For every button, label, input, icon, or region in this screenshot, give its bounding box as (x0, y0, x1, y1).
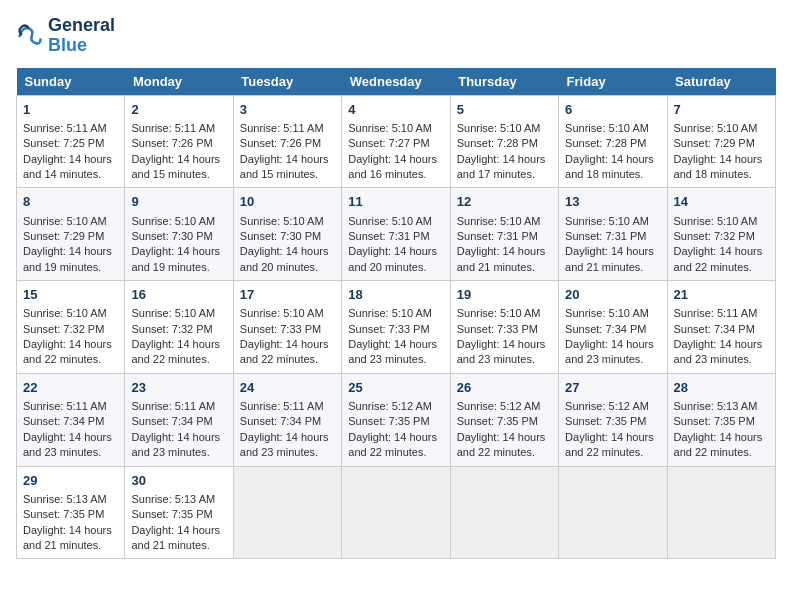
day-number: 12 (457, 193, 552, 211)
day-number: 4 (348, 101, 443, 119)
daylight-text: Daylight: 14 hours and 22 minutes. (23, 337, 118, 368)
day-number: 15 (23, 286, 118, 304)
sunset-text: Sunset: 7:35 PM (131, 507, 226, 522)
weekday-header-cell: Thursday (450, 68, 558, 96)
calendar-day-cell: 25Sunrise: 5:12 AMSunset: 7:35 PMDayligh… (342, 373, 450, 466)
day-number: 16 (131, 286, 226, 304)
logo-icon (16, 22, 44, 50)
calendar-day-cell: 9Sunrise: 5:10 AMSunset: 7:30 PMDaylight… (125, 188, 233, 281)
calendar-day-cell: 16Sunrise: 5:10 AMSunset: 7:32 PMDayligh… (125, 281, 233, 374)
sunset-text: Sunset: 7:26 PM (131, 136, 226, 151)
day-number: 24 (240, 379, 335, 397)
sunrise-text: Sunrise: 5:12 AM (457, 399, 552, 414)
sunrise-text: Sunrise: 5:10 AM (23, 214, 118, 229)
sunrise-text: Sunrise: 5:13 AM (674, 399, 769, 414)
calendar-day-cell (667, 466, 775, 559)
calendar-day-cell: 11Sunrise: 5:10 AMSunset: 7:31 PMDayligh… (342, 188, 450, 281)
daylight-text: Daylight: 14 hours and 20 minutes. (240, 244, 335, 275)
calendar-header: SundayMondayTuesdayWednesdayThursdayFrid… (17, 68, 776, 96)
daylight-text: Daylight: 14 hours and 22 minutes. (674, 430, 769, 461)
sunset-text: Sunset: 7:35 PM (674, 414, 769, 429)
calendar-day-cell: 4Sunrise: 5:10 AMSunset: 7:27 PMDaylight… (342, 95, 450, 188)
day-number: 6 (565, 101, 660, 119)
calendar-day-cell: 10Sunrise: 5:10 AMSunset: 7:30 PMDayligh… (233, 188, 341, 281)
sunrise-text: Sunrise: 5:10 AM (240, 306, 335, 321)
calendar-day-cell: 17Sunrise: 5:10 AMSunset: 7:33 PMDayligh… (233, 281, 341, 374)
calendar-day-cell (450, 466, 558, 559)
daylight-text: Daylight: 14 hours and 22 minutes. (348, 430, 443, 461)
calendar-day-cell: 20Sunrise: 5:10 AMSunset: 7:34 PMDayligh… (559, 281, 667, 374)
sunset-text: Sunset: 7:30 PM (131, 229, 226, 244)
daylight-text: Daylight: 14 hours and 23 minutes. (457, 337, 552, 368)
sunrise-text: Sunrise: 5:13 AM (23, 492, 118, 507)
sunset-text: Sunset: 7:32 PM (674, 229, 769, 244)
day-number: 19 (457, 286, 552, 304)
daylight-text: Daylight: 14 hours and 15 minutes. (131, 152, 226, 183)
daylight-text: Daylight: 14 hours and 17 minutes. (457, 152, 552, 183)
sunrise-text: Sunrise: 5:10 AM (348, 306, 443, 321)
weekday-header-cell: Friday (559, 68, 667, 96)
weekday-header-cell: Monday (125, 68, 233, 96)
calendar-day-cell: 1Sunrise: 5:11 AMSunset: 7:25 PMDaylight… (17, 95, 125, 188)
sunrise-text: Sunrise: 5:10 AM (240, 214, 335, 229)
sunrise-text: Sunrise: 5:11 AM (240, 121, 335, 136)
weekday-header-row: SundayMondayTuesdayWednesdayThursdayFrid… (17, 68, 776, 96)
calendar-day-cell: 18Sunrise: 5:10 AMSunset: 7:33 PMDayligh… (342, 281, 450, 374)
sunset-text: Sunset: 7:34 PM (565, 322, 660, 337)
sunset-text: Sunset: 7:32 PM (131, 322, 226, 337)
sunset-text: Sunset: 7:28 PM (565, 136, 660, 151)
day-number: 17 (240, 286, 335, 304)
sunrise-text: Sunrise: 5:10 AM (674, 214, 769, 229)
sunset-text: Sunset: 7:35 PM (457, 414, 552, 429)
sunset-text: Sunset: 7:33 PM (240, 322, 335, 337)
sunrise-text: Sunrise: 5:10 AM (565, 214, 660, 229)
calendar-day-cell: 21Sunrise: 5:11 AMSunset: 7:34 PMDayligh… (667, 281, 775, 374)
daylight-text: Daylight: 14 hours and 20 minutes. (348, 244, 443, 275)
sunrise-text: Sunrise: 5:10 AM (457, 214, 552, 229)
page-header: General Blue (16, 16, 776, 56)
daylight-text: Daylight: 14 hours and 21 minutes. (565, 244, 660, 275)
weekday-header-cell: Wednesday (342, 68, 450, 96)
daylight-text: Daylight: 14 hours and 22 minutes. (457, 430, 552, 461)
sunset-text: Sunset: 7:30 PM (240, 229, 335, 244)
day-number: 11 (348, 193, 443, 211)
sunset-text: Sunset: 7:33 PM (348, 322, 443, 337)
sunrise-text: Sunrise: 5:11 AM (674, 306, 769, 321)
daylight-text: Daylight: 14 hours and 16 minutes. (348, 152, 443, 183)
sunrise-text: Sunrise: 5:10 AM (348, 121, 443, 136)
calendar-week-row: 22Sunrise: 5:11 AMSunset: 7:34 PMDayligh… (17, 373, 776, 466)
weekday-header-cell: Saturday (667, 68, 775, 96)
sunrise-text: Sunrise: 5:11 AM (240, 399, 335, 414)
calendar-week-row: 29Sunrise: 5:13 AMSunset: 7:35 PMDayligh… (17, 466, 776, 559)
daylight-text: Daylight: 14 hours and 19 minutes. (131, 244, 226, 275)
sunset-text: Sunset: 7:26 PM (240, 136, 335, 151)
day-number: 28 (674, 379, 769, 397)
daylight-text: Daylight: 14 hours and 23 minutes. (23, 430, 118, 461)
sunrise-text: Sunrise: 5:10 AM (457, 306, 552, 321)
sunrise-text: Sunrise: 5:12 AM (348, 399, 443, 414)
sunset-text: Sunset: 7:34 PM (674, 322, 769, 337)
sunrise-text: Sunrise: 5:13 AM (131, 492, 226, 507)
weekday-header-cell: Tuesday (233, 68, 341, 96)
day-number: 13 (565, 193, 660, 211)
sunset-text: Sunset: 7:33 PM (457, 322, 552, 337)
calendar-day-cell: 30Sunrise: 5:13 AMSunset: 7:35 PMDayligh… (125, 466, 233, 559)
daylight-text: Daylight: 14 hours and 21 minutes. (23, 523, 118, 554)
sunrise-text: Sunrise: 5:11 AM (131, 399, 226, 414)
daylight-text: Daylight: 14 hours and 23 minutes. (131, 430, 226, 461)
sunset-text: Sunset: 7:27 PM (348, 136, 443, 151)
calendar-day-cell: 28Sunrise: 5:13 AMSunset: 7:35 PMDayligh… (667, 373, 775, 466)
daylight-text: Daylight: 14 hours and 23 minutes. (565, 337, 660, 368)
day-number: 5 (457, 101, 552, 119)
calendar-day-cell (559, 466, 667, 559)
daylight-text: Daylight: 14 hours and 22 minutes. (131, 337, 226, 368)
sunset-text: Sunset: 7:29 PM (674, 136, 769, 151)
day-number: 21 (674, 286, 769, 304)
day-number: 1 (23, 101, 118, 119)
day-number: 26 (457, 379, 552, 397)
sunrise-text: Sunrise: 5:10 AM (457, 121, 552, 136)
calendar-day-cell: 14Sunrise: 5:10 AMSunset: 7:32 PMDayligh… (667, 188, 775, 281)
sunset-text: Sunset: 7:32 PM (23, 322, 118, 337)
calendar-day-cell: 13Sunrise: 5:10 AMSunset: 7:31 PMDayligh… (559, 188, 667, 281)
calendar-week-row: 1Sunrise: 5:11 AMSunset: 7:25 PMDaylight… (17, 95, 776, 188)
